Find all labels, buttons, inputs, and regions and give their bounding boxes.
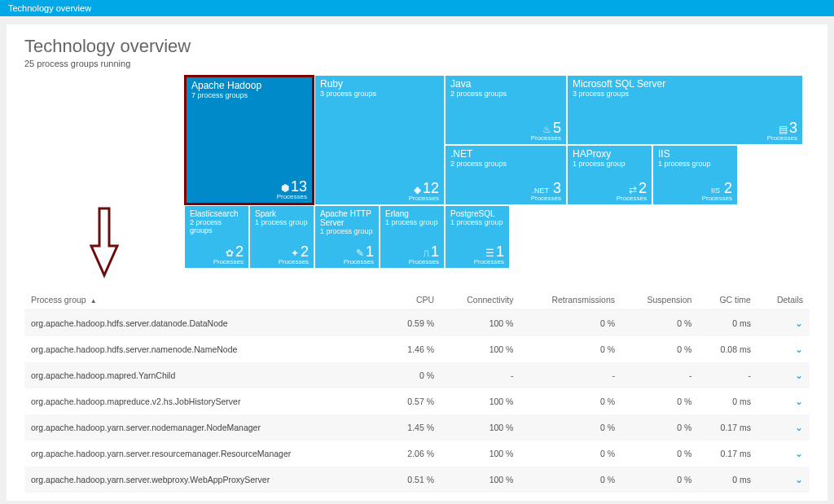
tile-dotnet[interactable]: .NET 2 process groups .NET 3 Processes bbox=[445, 145, 567, 205]
tile-title: Ruby bbox=[320, 79, 439, 90]
technology-treemap: Apache Hadoop 7 process groups ⬢13 Proce… bbox=[184, 75, 803, 278]
cell-suspension: 0 % bbox=[621, 467, 698, 493]
cell-suspension: 0 % bbox=[621, 414, 698, 440]
tile-sub: 7 process groups bbox=[191, 91, 307, 99]
sort-asc-icon: ▲ bbox=[90, 297, 97, 305]
cell-connectivity: 100 % bbox=[441, 414, 520, 440]
cell-gc-time: - bbox=[698, 362, 757, 388]
table-row: org.apache.hadoop.mapred.YarnChild0 %---… bbox=[24, 362, 810, 388]
tile-spark[interactable]: Spark 1 process group ✦2 Processes bbox=[249, 205, 314, 269]
table-row: org.apache.hadoop.mapreduce.v2.hs.JobHis… bbox=[24, 388, 810, 414]
cell-process-group: org.apache.hadoop.yarn.server.resourcema… bbox=[24, 440, 388, 467]
expand-row-button[interactable]: ⌄ bbox=[795, 474, 803, 485]
erlang-icon: ⎍ bbox=[424, 248, 429, 259]
cell-connectivity: 100 % bbox=[441, 310, 520, 337]
col-process-group[interactable]: Process group ▲ bbox=[24, 290, 388, 310]
cell-retransmissions: 0 % bbox=[520, 388, 621, 414]
col-suspension[interactable]: Suspension bbox=[621, 290, 698, 310]
cell-gc-time: 0.17 ms bbox=[698, 440, 757, 467]
cell-retransmissions: 0 % bbox=[520, 310, 621, 337]
spark-icon: ✦ bbox=[291, 248, 299, 259]
ruby-icon: ◆ bbox=[414, 184, 421, 195]
cell-cpu: 0.59 % bbox=[388, 310, 441, 337]
tile-apache-hadoop[interactable]: Apache Hadoop 7 process groups ⬢13 Proce… bbox=[184, 75, 314, 205]
tile-count: 13 bbox=[291, 178, 307, 195]
tile-sub: 3 process groups bbox=[320, 90, 439, 98]
cell-process-group: org.apache.hadoop.yarn.server.webproxy.W… bbox=[24, 467, 388, 493]
cell-gc-time: 0.17 ms bbox=[698, 414, 757, 440]
cell-process-group: org.apache.hadoop.yarn.server.nodemanage… bbox=[24, 414, 388, 440]
expand-row-button[interactable]: ⌄ bbox=[795, 422, 803, 433]
expand-row-button[interactable]: ⌄ bbox=[795, 318, 803, 329]
cell-cpu: 2.06 % bbox=[388, 440, 441, 467]
tile-count: 12 bbox=[423, 180, 439, 196]
tile-elasticsearch[interactable]: Elasticsearch 2 process groups ✿2 Proces… bbox=[184, 205, 249, 269]
page-title: Technology overview bbox=[24, 36, 810, 57]
page-subtitle: 25 process groups running bbox=[24, 59, 810, 68]
cell-process-group: org.apache.hadoop.mapreduce.v2.hs.JobHis… bbox=[24, 388, 388, 414]
cell-gc-time: 0.08 ms bbox=[698, 336, 757, 362]
col-cpu[interactable]: CPU bbox=[388, 290, 441, 310]
cell-cpu: 1.46 % bbox=[388, 336, 441, 362]
cell-connectivity: 100 % bbox=[441, 467, 520, 493]
java-icon: ♨ bbox=[542, 124, 551, 135]
cell-cpu: 0.51 % bbox=[388, 467, 441, 493]
cell-suspension: - bbox=[621, 362, 698, 388]
cell-process-group: org.apache.hadoop.mapred.YarnChild bbox=[24, 362, 388, 388]
tile-iis[interactable]: IIS 1 process group IIS 2 Processes bbox=[652, 145, 738, 205]
cell-gc-time: 0 ms bbox=[698, 388, 757, 414]
tile-title: Apache Hadoop bbox=[191, 81, 307, 91]
cell-connectivity: - bbox=[441, 362, 520, 388]
cell-retransmissions: 0 % bbox=[520, 440, 621, 467]
tile-mssql[interactable]: Microsoft SQL Server 3 process groups ▤3… bbox=[567, 75, 803, 145]
col-gc-time[interactable]: GC time bbox=[698, 290, 757, 310]
haproxy-icon: ⇄ bbox=[629, 184, 637, 195]
tile-haproxy[interactable]: HAProxy 1 process group ⇄2 Processes bbox=[567, 145, 652, 205]
cell-suspension: 0 % bbox=[621, 388, 698, 414]
cell-connectivity: 100 % bbox=[441, 336, 520, 362]
expand-row-button[interactable]: ⌄ bbox=[795, 448, 803, 459]
tile-erlang[interactable]: Erlang 1 process group ⎍1 Processes bbox=[380, 205, 445, 269]
iis-icon: IIS bbox=[711, 186, 720, 195]
cell-suspension: 0 % bbox=[621, 336, 698, 362]
arrow-down-icon bbox=[88, 205, 121, 278]
cell-retransmissions: 0 % bbox=[520, 467, 621, 493]
cell-cpu: 0.57 % bbox=[388, 388, 441, 414]
cell-process-group: org.apache.hadoop.hdfs.server.namenode.N… bbox=[24, 336, 388, 362]
col-connectivity[interactable]: Connectivity bbox=[441, 290, 520, 310]
annotation-arrow bbox=[24, 75, 184, 278]
cell-connectivity: 100 % bbox=[441, 388, 520, 414]
tile-apache-http[interactable]: Apache HTTP Server 1 process group ✎1 Pr… bbox=[314, 205, 380, 269]
process-group-table: Process group ▲ CPU Connectivity Retrans… bbox=[24, 290, 810, 493]
cell-retransmissions: 0 % bbox=[520, 336, 621, 362]
top-bar: Technology overview bbox=[0, 0, 834, 16]
tile-ruby[interactable]: Ruby 3 process groups ◆12 Processes bbox=[314, 75, 445, 205]
cell-suspension: 0 % bbox=[621, 310, 698, 337]
col-details: Details bbox=[757, 290, 810, 310]
expand-row-button[interactable]: ⌄ bbox=[795, 370, 803, 381]
table-row: org.apache.hadoop.yarn.server.webproxy.W… bbox=[24, 467, 810, 493]
cell-retransmissions: - bbox=[520, 362, 621, 388]
table-row: org.apache.hadoop.yarn.server.nodemanage… bbox=[24, 414, 810, 440]
cell-process-group: org.apache.hadoop.hdfs.server.datanode.D… bbox=[24, 310, 388, 337]
hadoop-icon: ⬢ bbox=[281, 182, 289, 194]
cell-retransmissions: 0 % bbox=[520, 414, 621, 440]
cell-gc-time: 0 ms bbox=[698, 310, 757, 337]
tile-processes-label: Processes bbox=[277, 194, 307, 200]
expand-row-button[interactable]: ⌄ bbox=[795, 344, 803, 355]
mssql-icon: ▤ bbox=[779, 124, 788, 135]
cell-gc-time: 0 ms bbox=[698, 467, 757, 493]
elasticsearch-icon: ✿ bbox=[226, 248, 234, 259]
dotnet-icon: .NET bbox=[532, 186, 549, 195]
table-row: org.apache.hadoop.yarn.server.resourcema… bbox=[24, 440, 810, 467]
table-row: org.apache.hadoop.hdfs.server.datanode.D… bbox=[24, 310, 810, 337]
table-row: org.apache.hadoop.hdfs.server.namenode.N… bbox=[24, 336, 810, 362]
col-retransmissions[interactable]: Retransmissions bbox=[520, 290, 621, 310]
tile-postgresql[interactable]: PostgreSQL 1 process group ☰1 Processes bbox=[445, 205, 510, 269]
apache-icon: ✎ bbox=[356, 248, 364, 259]
cell-cpu: 1.45 % bbox=[388, 414, 441, 440]
page: Technology overview 25 process groups ru… bbox=[7, 24, 827, 501]
cell-connectivity: 100 % bbox=[441, 440, 520, 467]
expand-row-button[interactable]: ⌄ bbox=[795, 396, 803, 407]
tile-java[interactable]: Java 2 process groups ♨5 Processes bbox=[445, 75, 567, 145]
